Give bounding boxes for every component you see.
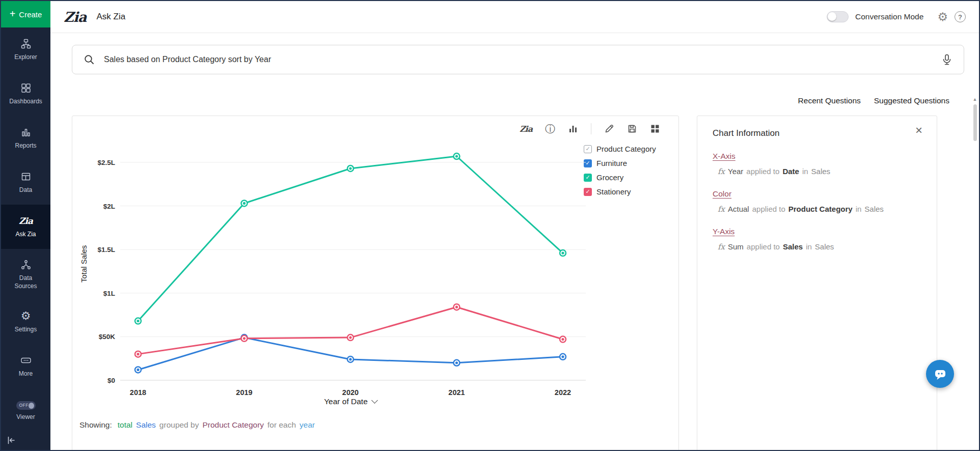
- sidebar-item-explorer[interactable]: Explorer: [1, 27, 50, 72]
- formula-term: Sum: [728, 242, 744, 251]
- formula-field: Sales: [783, 242, 803, 251]
- edit-pencil-icon[interactable]: [604, 124, 614, 134]
- microphone-icon[interactable]: [941, 54, 952, 65]
- svg-text:2018: 2018: [130, 388, 146, 397]
- y-axis-section-link[interactable]: Y-Axis: [713, 227, 734, 236]
- dashboards-icon: [20, 82, 32, 94]
- x-axis-sort-control[interactable]: Year of Date: [294, 397, 406, 406]
- panel-title: Chart Information: [713, 128, 921, 138]
- gear-icon: ⚙: [20, 310, 32, 322]
- conversation-mode-label: Conversation Mode: [855, 12, 923, 21]
- formula-in: in: [806, 242, 812, 251]
- svg-text:$50K: $50K: [99, 333, 116, 341]
- widgets-grid-icon[interactable]: [650, 124, 660, 134]
- sidebar-item-more[interactable]: More: [1, 344, 50, 388]
- chart-type-icon[interactable]: [568, 124, 578, 134]
- legend-item-label: Grocery: [596, 173, 623, 182]
- formula-applied: applied to: [752, 205, 785, 213]
- chat-bubble-icon: [933, 367, 948, 382]
- formula-term: Actual: [728, 205, 749, 213]
- line-chart[interactable]: $0$50K$1L$1.5L$2L$2.5L201820192020202120…: [93, 149, 597, 424]
- chart-legend: ✓ Product Category ✓ Furniture ✓ Grocery…: [584, 145, 674, 196]
- showing-prefix: Showing:: [79, 420, 112, 430]
- reports-icon: [20, 126, 32, 138]
- sidebar-item-settings[interactable]: ⚙ Settings: [1, 300, 50, 344]
- chart-information-panel: Chart Information × X-Axis fx Year appli…: [697, 116, 937, 451]
- collapse-sidebar-icon[interactable]: [6, 435, 18, 447]
- create-button-label: Create: [19, 10, 42, 19]
- formula-term: Year: [728, 167, 743, 176]
- viewer-off-toggle[interactable]: OFF: [16, 401, 36, 410]
- x-axis-section-link[interactable]: X-Axis: [713, 152, 736, 161]
- page-title: Ask Zia: [96, 12, 125, 22]
- formula-field: Date: [782, 167, 799, 176]
- legend-item-furniture[interactable]: ✓ Furniture: [584, 159, 674, 167]
- svg-text:$2.5L: $2.5L: [97, 159, 115, 166]
- help-icon[interactable]: ?: [955, 11, 966, 22]
- toggle-knob: [828, 12, 836, 21]
- showing-part: total: [118, 420, 132, 430]
- sidebar-item-label: Data Sources: [8, 274, 44, 290]
- showing-part: year: [300, 420, 315, 430]
- chat-assistant-button[interactable]: [926, 360, 954, 388]
- svg-text:$2L: $2L: [103, 203, 115, 210]
- save-icon[interactable]: [627, 124, 637, 134]
- svg-text:2019: 2019: [236, 388, 252, 397]
- create-button[interactable]: + Create: [1, 1, 50, 27]
- sidebar-item-label: Settings: [15, 326, 37, 334]
- legend-item-grocery[interactable]: ✓ Grocery: [584, 173, 674, 182]
- formula-applied: applied to: [747, 242, 780, 251]
- showing-part: Sales: [136, 420, 156, 430]
- search-icon: [84, 54, 95, 65]
- info-icon[interactable]: ⓘ: [545, 124, 555, 134]
- sidebar-item-label: Viewer: [16, 413, 35, 421]
- sidebar-item-dashboards[interactable]: Dashboards: [1, 72, 50, 116]
- explorer-icon: [20, 38, 32, 50]
- sidebar-item-label: Data: [19, 186, 32, 194]
- recent-questions-link[interactable]: Recent Questions: [798, 96, 861, 105]
- fx-icon: fx: [718, 242, 725, 251]
- chart-toolbar: Zia ⓘ: [520, 123, 660, 134]
- legend-header-row[interactable]: ✓ Product Category: [584, 145, 674, 153]
- sidebar-item-data[interactable]: Data: [1, 160, 50, 205]
- formula-field: Product Category: [788, 205, 853, 213]
- toggle-knob: [29, 403, 34, 409]
- showing-part: Product Category: [202, 420, 264, 430]
- close-icon[interactable]: ×: [915, 124, 922, 136]
- y-axis-title: Total Sales: [79, 203, 88, 325]
- suggested-questions-link[interactable]: Suggested Questions: [874, 96, 949, 105]
- formula-table: Sales: [864, 205, 884, 213]
- question-input[interactable]: [103, 54, 933, 65]
- data-table-icon: [20, 171, 32, 183]
- y-axis-formula: fx Sum applied to Sales in Sales: [718, 242, 921, 251]
- chart-card: Zia ⓘ ✓ Product Categor: [72, 116, 679, 451]
- scroll-up-arrow-icon[interactable]: ▲: [973, 97, 977, 102]
- svg-text:2021: 2021: [448, 388, 465, 397]
- svg-text:2022: 2022: [555, 388, 571, 397]
- sidebar-item-viewer[interactable]: OFF Viewer: [1, 388, 50, 434]
- header-actions: Conversation Mode ⚙ ?: [827, 11, 966, 23]
- showing-summary: Showing: total Sales grouped by Product …: [79, 420, 315, 430]
- sidebar-item-label: Explorer: [14, 53, 37, 62]
- main-content: Recent Questions Suggested Questions Zia…: [50, 33, 979, 450]
- showing-part: grouped by: [159, 420, 199, 430]
- sidebar-item-data-sources[interactable]: Data Sources: [1, 249, 50, 300]
- zia-insights-icon[interactable]: Zia: [520, 124, 532, 134]
- color-section-link[interactable]: Color: [713, 189, 731, 199]
- legend-item-stationery[interactable]: ✓ Stationery: [584, 187, 674, 196]
- formula-table: Sales: [815, 242, 834, 251]
- svg-text:$1.5L: $1.5L: [97, 246, 115, 253]
- viewer-toggle-state: OFF: [19, 403, 29, 408]
- vertical-scrollbar[interactable]: ▲: [972, 97, 978, 448]
- svg-text:$0: $0: [107, 377, 115, 384]
- sidebar-item-ask-zia[interactable]: Zia Ask Zia: [1, 205, 50, 249]
- sidebar-item-reports[interactable]: Reports: [1, 116, 50, 160]
- x-axis-title-label: Year of Date: [324, 397, 368, 406]
- conversation-mode-toggle[interactable]: [827, 11, 849, 22]
- fx-icon: fx: [718, 167, 725, 176]
- plus-icon: +: [10, 9, 16, 19]
- scrollbar-thumb[interactable]: [973, 104, 977, 141]
- app-window: + Create Explorer Dashboards Reports: [0, 0, 980, 451]
- settings-gear-icon[interactable]: ⚙: [937, 11, 948, 23]
- formula-applied: applied to: [746, 167, 779, 176]
